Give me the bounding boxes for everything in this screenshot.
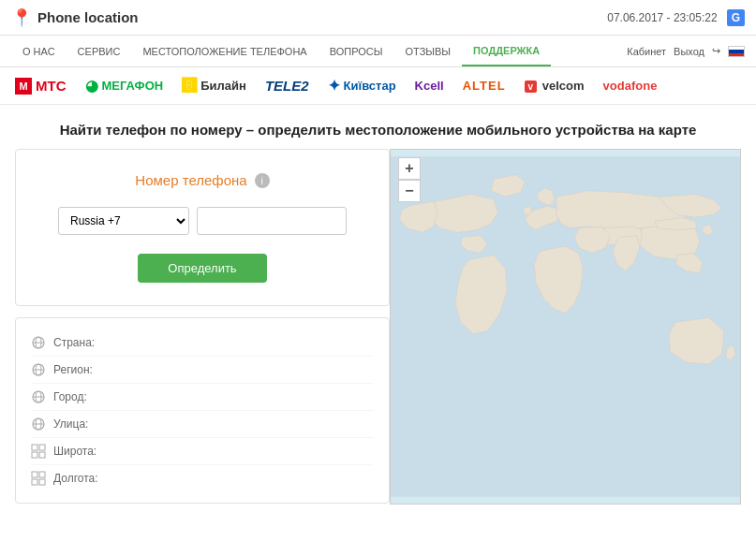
city-label: Город:	[53, 390, 87, 403]
region-label: Регион:	[53, 363, 93, 376]
language-flag[interactable]	[728, 46, 745, 57]
zoom-in-button[interactable]: +	[398, 157, 421, 180]
beeline-label: Билайн	[200, 79, 246, 93]
globe-icon-street	[31, 417, 46, 432]
nav-service[interactable]: СЕРВИС	[67, 36, 132, 66]
kyivstar-icon: ✦	[328, 77, 340, 95]
svg-rect-17	[39, 472, 45, 477]
info-row-region: Регион:	[31, 357, 374, 384]
nav-reviews[interactable]: ОТЗЫВЫ	[393, 36, 462, 66]
nav-questions[interactable]: ВОПРОСЫ	[319, 36, 394, 66]
zoom-out-button[interactable]: −	[398, 180, 421, 202]
kcell-label: Kcell	[415, 79, 444, 93]
brand-kyivstar[interactable]: ✦ Київстар	[328, 77, 396, 95]
latitude-label: Широта:	[53, 445, 96, 458]
main-heading: Найти телефон по номеру – определить мес…	[0, 105, 756, 149]
phone-label-row: Номер телефона i	[35, 172, 370, 188]
info-row-street: Улица:	[31, 411, 374, 438]
svg-rect-16	[32, 472, 37, 477]
velcom-label: velcom	[542, 79, 585, 93]
country-label: Страна:	[53, 336, 95, 349]
country-select[interactable]: Russia +7 Ukraine +380 Belarus +375 Kaza…	[58, 207, 189, 235]
map-controls: + −	[398, 157, 421, 202]
google-icon: G	[727, 9, 745, 26]
svg-rect-12	[32, 445, 37, 450]
brand-kcell[interactable]: Kcell	[415, 79, 444, 93]
kyivstar-label: Київстар	[344, 79, 396, 93]
info-row-longitude: Долгота:	[31, 465, 374, 491]
grid-icon-longitude	[31, 471, 46, 486]
brand-beeline[interactable]: 🅱 Билайн	[182, 78, 246, 95]
globe-icon-city	[31, 389, 46, 404]
brand-altel[interactable]: ALTEL	[463, 79, 506, 93]
velcom-icon: v	[525, 80, 538, 93]
determine-button[interactable]: Определить	[138, 254, 266, 283]
brand-vodafone[interactable]: vodafone	[603, 79, 658, 93]
info-row-city: Город:	[31, 384, 374, 411]
tele2-label: TELE2	[265, 78, 309, 94]
globe-icon-region	[31, 362, 46, 377]
header: 📍 Phone location 07.06.2017 - 23:05:22 G	[0, 0, 756, 36]
nav-about[interactable]: О НАС	[11, 36, 67, 66]
logout-link[interactable]: Выход	[674, 46, 704, 57]
info-card: Страна: Регион: Город:	[15, 317, 390, 504]
mts-square-icon: M	[15, 78, 32, 95]
phone-label: Номер телефона	[135, 172, 246, 188]
form-card: Номер телефона i Russia +7 Ukraine +380 …	[15, 149, 390, 306]
pin-icon: 📍	[11, 7, 32, 28]
nav-user-actions: Кабинет Выход ↪	[627, 45, 745, 57]
nav: О НАС СЕРВИС МЕСТОПОЛОЖЕНИЕ ТЕЛЕФОНА ВОП…	[0, 36, 756, 67]
logo-text: Phone location	[37, 9, 139, 25]
content-area: Номер телефона i Russia +7 Ukraine +380 …	[0, 149, 756, 519]
brand-tele2[interactable]: TELE2	[265, 78, 309, 94]
cabinet-link[interactable]: Кабинет	[627, 46, 666, 57]
svg-rect-18	[32, 479, 37, 485]
info-row-latitude: Широта:	[31, 438, 374, 465]
map-svg	[391, 150, 740, 504]
header-right: 07.06.2017 - 23:05:22 G	[607, 9, 745, 26]
phone-input[interactable]	[197, 207, 347, 235]
datetime: 07.06.2017 - 23:05:22	[607, 11, 717, 24]
grid-icon-latitude	[31, 444, 46, 459]
beeline-icon: 🅱	[182, 78, 197, 95]
street-label: Улица:	[53, 417, 88, 431]
svg-rect-15	[39, 452, 45, 458]
altel-label: ALTEL	[463, 79, 506, 93]
longitude-label: Долгота:	[53, 472, 98, 485]
nav-location[interactable]: МЕСТОПОЛОЖЕНИЕ ТЕЛЕФОНА	[131, 36, 318, 66]
svg-rect-14	[32, 452, 37, 458]
info-icon[interactable]: i	[255, 173, 270, 188]
globe-icon-country	[31, 335, 46, 350]
brand-bar: M МТС ◕ МЕГАФОН 🅱 Билайн TELE2 ✦ Київста…	[0, 67, 756, 105]
mts-label: МТС	[36, 78, 67, 94]
info-row-country: Страна:	[31, 329, 374, 357]
brand-mts[interactable]: M МТС	[15, 78, 67, 95]
nav-support[interactable]: ПОДДЕРЖКА	[462, 36, 551, 66]
map-container: + −	[390, 149, 741, 505]
brand-megafon[interactable]: ◕ МЕГАФОН	[85, 77, 164, 95]
brand-velcom[interactable]: v velcom	[525, 79, 585, 93]
megafon-label: МЕГАФОН	[102, 79, 164, 93]
logo: 📍 Phone location	[11, 7, 139, 28]
megafon-icon: ◕	[85, 77, 98, 95]
svg-rect-19	[39, 479, 45, 485]
svg-rect-13	[39, 445, 45, 450]
vodafone-label: vodafone	[603, 79, 658, 93]
phone-input-row: Russia +7 Ukraine +380 Belarus +375 Kaza…	[35, 207, 370, 235]
left-panel: Номер телефона i Russia +7 Ukraine +380 …	[15, 149, 390, 505]
